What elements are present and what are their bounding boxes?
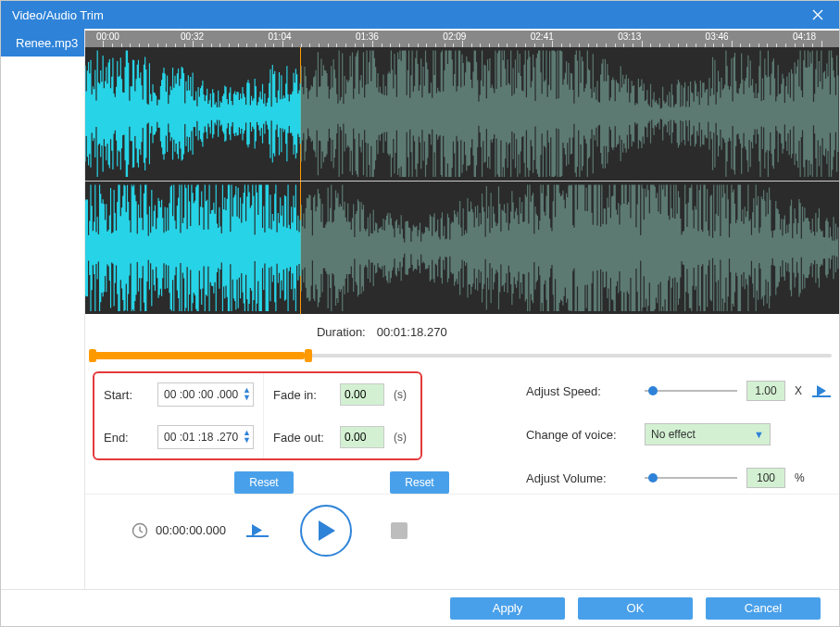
file-item[interactable]: Renee.mp3 xyxy=(1,29,84,56)
reset-time-button[interactable]: Reset xyxy=(234,471,294,494)
speed-slider[interactable] xyxy=(645,384,737,397)
seconds-unit: (s) xyxy=(394,388,407,401)
duration-value: 00:01:18.270 xyxy=(377,325,447,339)
ok-button[interactable]: OK xyxy=(578,597,693,620)
start-time-input[interactable]: 00 :00 :00 .000 ▲▼ xyxy=(157,382,254,407)
preview-speed-icon[interactable] xyxy=(811,382,832,399)
apply-button[interactable]: Apply xyxy=(450,597,565,620)
change-voice-row: Change of voice: No effect ▼ xyxy=(526,423,832,445)
reset-fade-button[interactable]: Reset xyxy=(390,471,449,494)
fadein-input[interactable] xyxy=(340,383,384,406)
trim-settings-group: Start: 00 :00 :00 .000 ▲▼ Fade in: (s) xyxy=(93,371,422,460)
fadein-label: Fade in: xyxy=(273,388,331,402)
duration-label: Duration: xyxy=(317,325,366,339)
end-time-input[interactable]: 00 :01 :18 .270 ▲▼ xyxy=(157,425,254,449)
volume-value-input[interactable]: 100 xyxy=(746,468,785,488)
ruler-tick-label: 03:13 xyxy=(618,31,641,42)
window: Video/Audio Trim Renee.mp3 00:00 00:32 0… xyxy=(0,0,840,627)
waveform-area[interactable] xyxy=(85,47,839,314)
adjust-volume-label: Adjust Volume: xyxy=(526,471,635,485)
ruler-tick-label: 04:18 xyxy=(793,31,816,42)
duration-row: Duration: 00:01:18.270 xyxy=(85,314,839,349)
volume-slider[interactable] xyxy=(645,471,737,484)
timeline-ruler[interactable]: 00:00 00:32 01:04 01:36 02:09 02:41 03:1… xyxy=(85,31,839,47)
adjust-speed-row: Adjust Speed: 1.00 X xyxy=(526,381,832,401)
close-icon[interactable] xyxy=(804,1,832,29)
voice-effect-select[interactable]: No effect ▼ xyxy=(645,423,771,445)
waveform-channel-right xyxy=(85,181,839,315)
ruler-tick-label: 01:04 xyxy=(268,31,291,42)
trim-range-bar[interactable] xyxy=(85,349,839,362)
seconds-unit: (s) xyxy=(394,431,407,444)
fadeout-input[interactable] xyxy=(340,426,384,448)
dialog-footer: Apply OK Cancel xyxy=(1,589,839,626)
chevron-down-icon: ▼ xyxy=(754,429,764,440)
file-item-label: Renee.mp3 xyxy=(16,36,78,50)
waveform-channel-left xyxy=(85,47,839,181)
transport-timecode: 00:00:00.000 xyxy=(156,523,226,537)
range-handle-end[interactable] xyxy=(305,349,312,362)
ruler-tick-label: 01:36 xyxy=(356,31,379,42)
speed-value-input[interactable]: 1.00 xyxy=(746,381,785,401)
fadeout-label: Fade out: xyxy=(273,431,331,445)
cancel-button[interactable]: Cancel xyxy=(706,597,821,620)
voice-effect-value: No effect xyxy=(651,428,696,441)
file-sidebar: Renee.mp3 xyxy=(1,29,85,589)
mark-in-icon[interactable] xyxy=(244,520,270,541)
ruler-tick-label: 03:46 xyxy=(706,31,729,42)
spinner-icon[interactable]: ▲▼ xyxy=(243,430,251,445)
editor-main: 00:00 00:32 01:04 01:36 02:09 02:41 03:1… xyxy=(85,29,839,589)
stop-button[interactable] xyxy=(391,522,407,539)
window-title: Video/Audio Trim xyxy=(12,8,104,22)
end-label: End: xyxy=(104,431,148,445)
ruler-tick-label: 00:00 xyxy=(96,31,119,42)
titlebar: Video/Audio Trim xyxy=(1,1,839,29)
spinner-icon[interactable]: ▲▼ xyxy=(243,387,251,402)
end-time-value: 00 :01 :18 .270 xyxy=(164,431,238,444)
start-time-value: 00 :00 :00 .000 xyxy=(164,388,238,401)
range-selection xyxy=(93,352,305,359)
percent-unit: % xyxy=(795,471,805,484)
play-button[interactable] xyxy=(300,505,352,557)
adjust-volume-row: Adjust Volume: 100 % xyxy=(526,468,832,488)
adjust-speed-label: Adjust Speed: xyxy=(526,384,635,398)
start-label: Start: xyxy=(104,388,148,402)
change-voice-label: Change of voice: xyxy=(526,428,635,442)
range-handle-start[interactable] xyxy=(89,349,96,362)
speed-x-label: X xyxy=(795,384,802,397)
ruler-tick-label: 02:41 xyxy=(531,31,554,42)
transport-bar: 00:00:00.000 xyxy=(85,494,839,566)
clock-icon xyxy=(132,522,148,539)
